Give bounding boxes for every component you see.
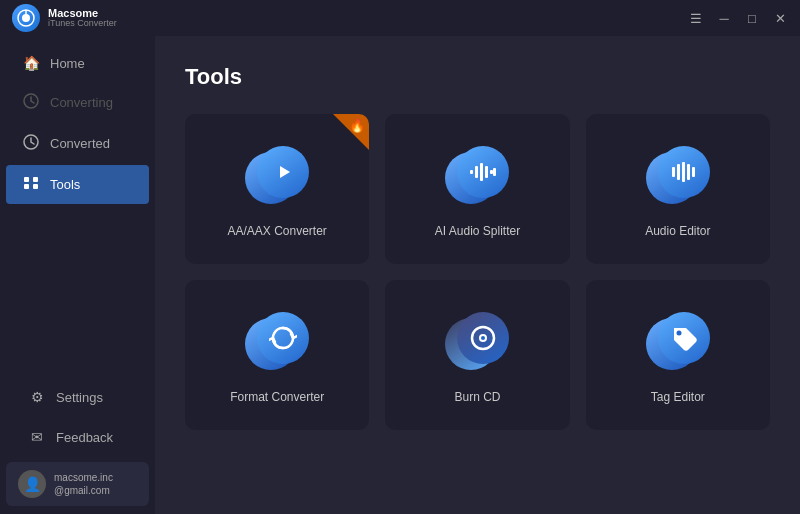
converting-icon (22, 93, 40, 112)
main-layout: 🏠 Home Converting (0, 36, 800, 514)
svg-point-23 (481, 336, 485, 340)
tool-name-ai-splitter: AI Audio Splitter (435, 224, 520, 238)
sidebar-label-tools: Tools (50, 177, 80, 192)
sidebar-label-converting: Converting (50, 95, 113, 110)
close-btn[interactable]: ✕ (772, 11, 788, 26)
tool-name-tag-editor: Tag Editor (651, 390, 705, 404)
menu-btn[interactable]: ☰ (688, 11, 704, 26)
app-branding: Macsome iTunes Converter (12, 4, 117, 32)
svg-rect-18 (682, 162, 685, 182)
svg-rect-10 (470, 170, 473, 174)
sidebar-label-settings: Settings (56, 390, 103, 405)
title-bar: Macsome iTunes Converter ☰ ─ □ ✕ (0, 0, 800, 36)
sidebar: 🏠 Home Converting (0, 36, 155, 514)
tools-grid: 🔥 AA/AAX Converter (185, 114, 770, 430)
sidebar-item-home[interactable]: 🏠 Home (6, 45, 149, 81)
app-logo (12, 4, 40, 32)
minimize-btn[interactable]: ─ (716, 11, 732, 26)
svg-marker-9 (280, 166, 290, 178)
sidebar-label-home: Home (50, 56, 85, 71)
tool-icon-tag-editor (646, 312, 710, 376)
page-title: Tools (185, 64, 770, 90)
settings-icon: ⚙ (28, 389, 46, 405)
svg-rect-5 (24, 177, 29, 182)
svg-rect-13 (485, 166, 488, 178)
svg-point-1 (22, 14, 30, 22)
tool-name-aa-aax: AA/AAX Converter (227, 224, 326, 238)
sidebar-item-converted[interactable]: Converted (6, 124, 149, 163)
svg-rect-6 (33, 177, 38, 182)
svg-rect-17 (677, 164, 680, 180)
svg-rect-8 (33, 184, 38, 189)
svg-rect-19 (687, 164, 690, 180)
converted-icon (22, 134, 40, 153)
content-area: Tools 🔥 AA/AAX Converter (155, 36, 800, 514)
tool-name-burn-cd: Burn CD (454, 390, 500, 404)
sidebar-item-tools[interactable]: Tools (6, 165, 149, 204)
svg-rect-14 (490, 170, 493, 174)
sidebar-item-feedback[interactable]: ✉ Feedback (12, 419, 143, 455)
feedback-icon: ✉ (28, 429, 46, 445)
user-avatar: 👤 (18, 470, 46, 498)
window-controls: ☰ ─ □ ✕ (688, 11, 788, 26)
badge-corner: 🔥 (337, 114, 369, 146)
tool-card-aa-aax[interactable]: 🔥 AA/AAX Converter (185, 114, 369, 264)
sidebar-label-converted: Converted (50, 136, 110, 151)
tool-icon-burn-cd (445, 312, 509, 376)
svg-rect-16 (672, 167, 675, 177)
sidebar-bottom: ⚙ Settings ✉ Feedback 👤 macsome.inc@gmai… (0, 370, 155, 514)
app-subtitle: iTunes Converter (48, 19, 117, 29)
badge-icon: 🔥 (349, 118, 365, 133)
tool-card-tag-editor[interactable]: Tag Editor (586, 280, 770, 430)
svg-rect-11 (475, 166, 478, 178)
home-icon: 🏠 (22, 55, 40, 71)
tool-icon-audio-editor (646, 146, 710, 210)
maximize-btn[interactable]: □ (744, 11, 760, 26)
sidebar-item-settings[interactable]: ⚙ Settings (12, 379, 143, 415)
tool-name-audio-editor: Audio Editor (645, 224, 710, 238)
svg-point-24 (676, 331, 681, 336)
app-title: Macsome iTunes Converter (48, 7, 117, 29)
tool-name-format-converter: Format Converter (230, 390, 324, 404)
svg-rect-20 (692, 167, 695, 177)
tool-card-burn-cd[interactable]: Burn CD (385, 280, 569, 430)
tool-card-ai-splitter[interactable]: AI Audio Splitter (385, 114, 569, 264)
sidebar-nav: 🏠 Home Converting (0, 44, 155, 370)
svg-rect-12 (480, 163, 483, 181)
svg-rect-15 (493, 168, 496, 176)
sidebar-label-feedback: Feedback (56, 430, 113, 445)
user-section[interactable]: 👤 macsome.inc@gmail.com (6, 462, 149, 506)
tool-icon-ai-splitter (445, 146, 509, 210)
user-email: macsome.inc@gmail.com (54, 471, 113, 497)
tool-icon-aa-aax (245, 146, 309, 210)
tool-card-format-converter[interactable]: Format Converter (185, 280, 369, 430)
sidebar-item-converting: Converting (6, 83, 149, 122)
svg-rect-7 (24, 184, 29, 189)
tools-icon (22, 175, 40, 194)
tool-icon-format-converter (245, 312, 309, 376)
tool-card-audio-editor[interactable]: Audio Editor (586, 114, 770, 264)
